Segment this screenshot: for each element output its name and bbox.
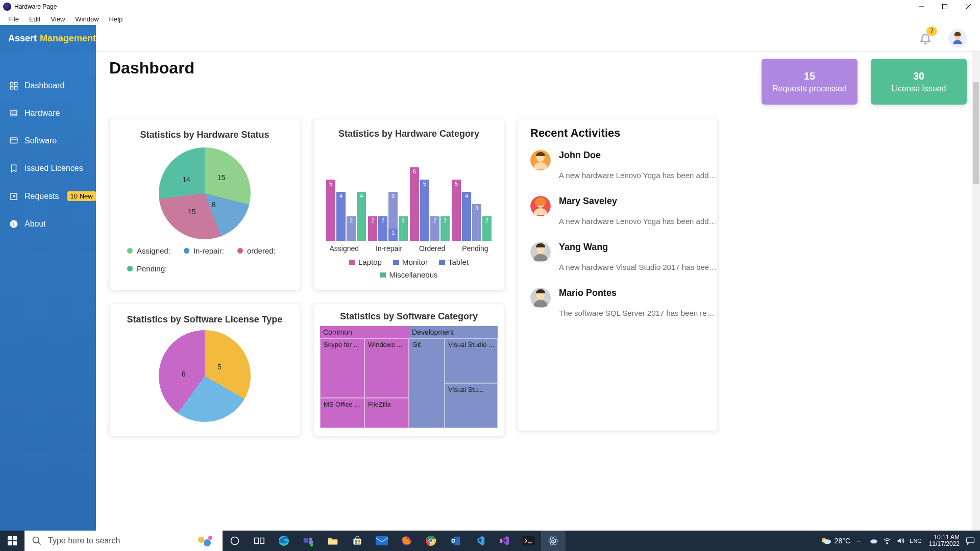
sidebar-item-label: Software [24, 136, 57, 145]
card-software-license: Statistics by Software License Type 5 6 [109, 304, 300, 436]
external-link-icon [9, 192, 18, 201]
taskbar-taskview[interactable] [247, 531, 272, 551]
activity-item[interactable]: Mary Saveley A new hardware Lenovo Yoga … [530, 196, 705, 226]
chrome-icon [425, 535, 436, 546]
windows-taskbar: Type here to search 28°C ︿ ENG [0, 531, 980, 551]
tray-overflow-button[interactable]: ︿ [856, 537, 862, 544]
svg-rect-47 [376, 536, 388, 545]
taskbar-weather[interactable]: 28°C [820, 536, 850, 545]
activity-item[interactable]: John Doe A new hardware Lenovo Yoga has … [530, 150, 705, 180]
taskbar-edge[interactable] [272, 531, 296, 551]
search-icon [32, 536, 42, 546]
svg-rect-15 [956, 38, 959, 40]
window-close-button[interactable] [957, 0, 980, 13]
dashboard-icon [9, 81, 18, 90]
sidebar-item-label: Requests [24, 192, 59, 201]
wifi-tray-icon[interactable] [883, 537, 891, 545]
menu-edit[interactable]: Edit [24, 14, 45, 24]
svg-point-62 [870, 539, 877, 543]
stat-label: License Issued [892, 84, 946, 93]
activity-name: John Doe [559, 150, 717, 161]
terminal-icon [523, 536, 535, 545]
taskbar-firefox[interactable] [394, 531, 419, 551]
notification-count: 7 [926, 27, 937, 36]
svg-rect-64 [967, 538, 974, 543]
weather-icon [820, 536, 831, 545]
svg-rect-42 [354, 539, 361, 545]
stat-card-licenses[interactable]: 30 License Issued [871, 59, 967, 105]
taskbar-teams[interactable] [296, 531, 321, 551]
sidebar: Assert Management Dashboard Hardware Sof… [0, 25, 96, 531]
recent-title: Recent Activities [530, 127, 705, 140]
svg-point-56 [552, 540, 554, 542]
legend: Assigned: In-repair: ordered: Pending: [121, 244, 288, 273]
taskbar-vscode[interactable] [468, 531, 492, 551]
onedrive-tray-icon[interactable] [870, 537, 878, 545]
menubar: File Edit View Window Help [0, 13, 980, 25]
user-avatar[interactable] [948, 29, 967, 47]
tray-language[interactable]: ENG [910, 538, 922, 544]
svg-rect-27 [13, 541, 17, 545]
stat-card-requests[interactable]: 15 Requests processed [762, 59, 857, 105]
circle-icon [230, 536, 240, 546]
teams-icon [303, 535, 314, 546]
sidebar-item-requests[interactable]: Requests 10 New [0, 182, 96, 210]
card-title: Statistics by Hardware Category [321, 129, 497, 139]
taskbar-clock[interactable]: 10:11 AM 11/17/2022 [929, 534, 960, 547]
taskbar-terminal[interactable] [517, 531, 541, 551]
search-highlights-icon [195, 534, 215, 548]
taskbar-search[interactable]: Type here to search [24, 531, 223, 551]
notifications-button[interactable]: 7 [919, 32, 932, 45]
taskbar-chrome[interactable] [419, 531, 443, 551]
taskbar-mail[interactable] [370, 531, 394, 551]
outlook-icon [450, 535, 461, 546]
svg-rect-43 [355, 540, 357, 542]
taskbar-explorer[interactable] [321, 531, 345, 551]
sidebar-item-software[interactable]: Software [0, 127, 96, 155]
menu-help[interactable]: Help [104, 14, 128, 24]
activity-name: Mario Pontes [559, 288, 717, 298]
stat-value: 30 [913, 70, 924, 82]
pie-chart-hardware-status: 15 8 15 14 [159, 147, 251, 239]
pie-chart-software-license: 5 6 [159, 330, 251, 422]
sidebar-item-about[interactable]: i About [0, 210, 96, 238]
avatar-icon [530, 242, 551, 262]
svg-point-33 [231, 537, 239, 545]
taskbar-store[interactable] [345, 531, 370, 551]
windows-icon [8, 536, 17, 545]
start-button[interactable] [0, 531, 24, 551]
activity-name: Mary Saveley [559, 196, 717, 207]
action-center-button[interactable] [963, 537, 978, 545]
svg-point-30 [198, 537, 204, 543]
svg-rect-39 [309, 540, 313, 544]
window-maximize-button[interactable] [933, 0, 957, 13]
taskbar-cortana[interactable] [223, 531, 247, 551]
svg-rect-34 [255, 538, 258, 544]
sidebar-item-dashboard[interactable]: Dashboard [0, 72, 96, 99]
activity-item[interactable]: Mario Pontes The software SQL Server 201… [530, 288, 705, 317]
volume-tray-icon[interactable] [896, 537, 904, 545]
scrollbar-thumb[interactable] [973, 82, 979, 184]
svg-point-28 [33, 537, 39, 543]
menu-file[interactable]: File [3, 14, 24, 24]
menu-window[interactable]: Window [70, 14, 104, 24]
visualstudio-icon [499, 535, 510, 546]
chat-icon [966, 537, 975, 545]
content-scrollbar[interactable] [972, 52, 980, 531]
svg-rect-41 [328, 540, 337, 544]
taskbar-electron-app[interactable] [541, 531, 566, 551]
svg-rect-7 [15, 87, 17, 89]
svg-rect-46 [358, 542, 360, 544]
svg-rect-6 [10, 87, 13, 89]
svg-point-51 [429, 539, 433, 543]
card-title: Statistics by Software Category [314, 311, 504, 322]
menu-view[interactable]: View [45, 14, 70, 24]
window-minimize-button[interactable] [910, 0, 933, 13]
activity-item[interactable]: Yang Wang A new hardware Visual Studio 2… [530, 242, 705, 271]
taskbar-outlook[interactable] [443, 531, 468, 551]
sidebar-item-issued-licences[interactable]: Issued Licences [0, 155, 96, 182]
brand-part2: Management [40, 33, 96, 44]
sidebar-item-hardware[interactable]: Hardware [0, 99, 96, 127]
taskbar-visualstudio[interactable] [492, 531, 517, 551]
svg-line-29 [38, 542, 41, 545]
